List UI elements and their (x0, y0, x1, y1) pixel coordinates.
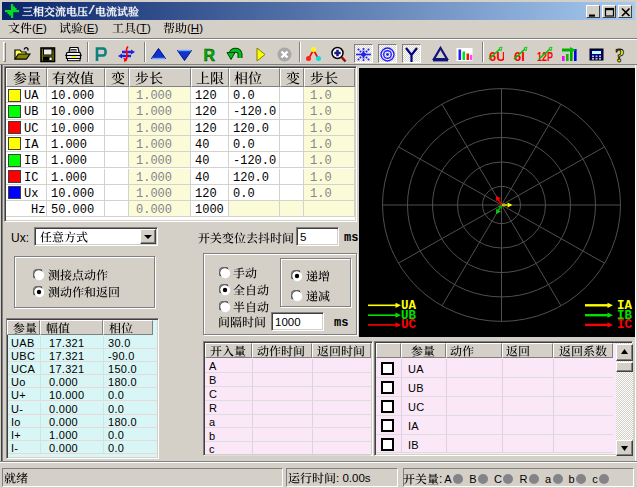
svg-text:IC: IC (617, 318, 633, 332)
svg-text:R: R (204, 47, 216, 64)
svg-text:UC: UC (401, 318, 417, 332)
svg-text:6U: 6U (489, 49, 504, 64)
svg-text:?: ? (615, 46, 625, 63)
